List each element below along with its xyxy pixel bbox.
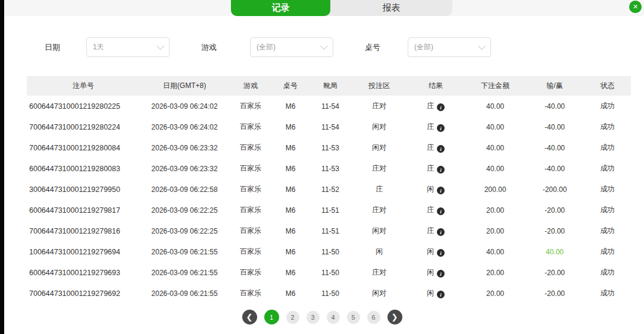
cell-datetime: 2026-03-09 06:23:32 xyxy=(140,158,229,179)
tab-records-label: 记录 xyxy=(272,2,290,14)
cell-game: 百家乐 xyxy=(229,283,272,304)
cell-bet-id: 7006447310001219280224 xyxy=(27,116,140,137)
column-header-6: 结果 xyxy=(407,76,465,96)
cell-bet-id: 1006447310001219279694 xyxy=(27,241,140,262)
filter-bar: 日期 1天 游戏 (全部) 桌号 (全部) xyxy=(4,37,644,58)
cell-result: 庄i xyxy=(407,96,465,116)
cell-bet-id: 6006447310001219280083 xyxy=(27,158,140,179)
chevron-down-icon xyxy=(478,42,486,50)
tab-group: 记录 报表 xyxy=(231,0,452,16)
table-filter-select[interactable]: (全部) xyxy=(408,37,491,57)
game-filter-label: 游戏 xyxy=(201,42,217,53)
cell-bet-area: 庄对 xyxy=(352,200,407,220)
page-button-4[interactable]: 4 xyxy=(327,311,340,324)
cell-game: 百家乐 xyxy=(229,158,272,179)
cell-datetime: 2026-03-09 06:22:25 xyxy=(140,200,229,220)
cell-win-loss: -200.00 xyxy=(526,179,584,200)
next-page-button[interactable]: ❯ xyxy=(387,310,402,324)
page-button-5[interactable]: 5 xyxy=(347,311,360,324)
cell-bet-id: 7006447310001219280084 xyxy=(27,137,140,158)
cell-datetime: 2026-03-09 06:21:55 xyxy=(140,262,229,283)
result-info-icon[interactable]: i xyxy=(437,270,445,278)
column-header-0: 注单号 xyxy=(27,76,140,96)
cell-result: 庄i xyxy=(407,158,465,179)
cell-table-no: M6 xyxy=(272,220,309,241)
date-filter-value: 1天 xyxy=(93,42,158,52)
cell-bet-id: 6006447310001219279817 xyxy=(27,200,140,220)
page-button-6[interactable]: 6 xyxy=(367,311,380,324)
table-filter-label: 桌号 xyxy=(365,42,380,53)
result-info-icon[interactable]: i xyxy=(437,187,445,194)
cell-result: 庄i xyxy=(407,200,465,220)
cell-win-loss: -40.00 xyxy=(526,116,584,137)
result-info-icon[interactable]: i xyxy=(437,249,445,257)
cell-table-no: M6 xyxy=(272,179,309,200)
cell-bet-area: 闲 xyxy=(352,241,407,262)
cell-table-no: M6 xyxy=(272,200,309,220)
column-header-3: 桌号 xyxy=(272,76,309,96)
cell-table-no: M6 xyxy=(272,283,309,304)
cell-status: 成功 xyxy=(584,116,631,137)
cell-datetime: 2026-03-09 06:24:02 xyxy=(140,116,229,137)
cell-result: 闲i xyxy=(407,241,465,262)
result-info-icon[interactable]: i xyxy=(437,145,445,153)
result-info-icon[interactable]: i xyxy=(437,124,445,132)
tab-records[interactable]: 记录 xyxy=(231,0,330,16)
close-button[interactable]: ✕ xyxy=(629,1,642,13)
cell-bet-area: 闲对 xyxy=(352,220,407,241)
cell-amount: 20.00 xyxy=(465,200,526,220)
game-filter-select[interactable]: (全部) xyxy=(250,37,333,57)
cell-status: 成功 xyxy=(584,137,631,158)
table-row: 70064473100012192796922026-03-09 06:21:5… xyxy=(27,283,631,304)
cell-bet-id: 6006447310001219280225 xyxy=(27,96,140,116)
date-filter-select[interactable]: 1天 xyxy=(86,37,170,57)
table-row: 10064473100012192796942026-03-09 06:21:5… xyxy=(27,241,631,262)
cell-round: 11-54 xyxy=(309,116,352,137)
result-info-icon[interactable]: i xyxy=(437,166,445,174)
cell-table-no: M6 xyxy=(272,158,309,179)
cell-game: 百家乐 xyxy=(229,220,272,241)
cell-bet-id: 7006447310001219279692 xyxy=(27,283,140,304)
tab-reports[interactable]: 报表 xyxy=(330,0,452,16)
column-header-1: 日期(GMT+8) xyxy=(140,76,229,96)
cell-game: 百家乐 xyxy=(229,96,272,116)
result-info-icon[interactable]: i xyxy=(437,228,445,236)
cell-result: 庄i xyxy=(407,220,465,241)
page-button-2[interactable]: 2 xyxy=(286,311,299,324)
cell-win-loss: -20.00 xyxy=(526,283,584,304)
cell-round: 11-54 xyxy=(309,96,352,116)
cell-datetime: 2026-03-09 06:22:25 xyxy=(140,220,229,241)
page-button-1[interactable]: 1 xyxy=(264,310,279,324)
cell-win-loss: -40.00 xyxy=(526,158,584,179)
top-bar: 记录 报表 ✕ xyxy=(4,0,644,16)
table-filter-value: (全部) xyxy=(414,42,479,52)
prev-page-button[interactable]: ❮ xyxy=(242,310,257,324)
cell-status: 成功 xyxy=(584,283,631,304)
cell-bet-area: 庄 xyxy=(352,179,407,200)
cell-bet-id: 3006447310001219279950 xyxy=(27,179,140,200)
cell-result: 庄i xyxy=(407,137,465,158)
column-header-4: 靴局 xyxy=(309,76,352,96)
page-button-3[interactable]: 3 xyxy=(307,311,320,324)
cell-round: 11-50 xyxy=(309,283,352,304)
cell-win-loss: -40.00 xyxy=(526,137,584,158)
cell-round: 11-50 xyxy=(309,262,352,283)
column-header-2: 游戏 xyxy=(229,76,272,96)
close-icon: ✕ xyxy=(633,3,638,11)
table-row: 60064473100012192796932026-03-09 06:21:5… xyxy=(27,262,631,283)
result-info-icon[interactable]: i xyxy=(437,291,445,298)
cell-round: 11-53 xyxy=(309,137,352,158)
cell-game: 百家乐 xyxy=(229,200,272,220)
table-row: 60064473100012192800832026-03-09 06:23:3… xyxy=(27,158,631,179)
cell-datetime: 2026-03-09 06:23:32 xyxy=(140,137,229,158)
result-info-icon[interactable]: i xyxy=(437,207,445,215)
cell-round: 11-51 xyxy=(309,220,352,241)
cell-status: 成功 xyxy=(584,241,631,262)
cell-result: 闲i xyxy=(407,262,465,283)
table-header-row: 注单号日期(GMT+8)游戏桌号靴局投注区结果下注金额输/赢状态 xyxy=(27,76,631,96)
cell-bet-area: 闲对 xyxy=(352,283,407,304)
result-info-icon[interactable]: i xyxy=(437,103,445,111)
cell-bet-area: 庄对 xyxy=(352,96,407,116)
cell-game: 百家乐 xyxy=(229,116,272,137)
cell-datetime: 2026-03-09 06:21:55 xyxy=(140,241,229,262)
